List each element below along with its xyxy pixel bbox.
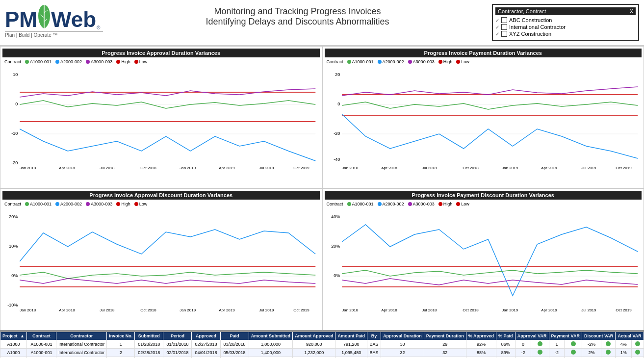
filter-item-intl[interactable]: ✓ International Contractor — [495, 24, 636, 30]
var-value: 4% — [616, 340, 632, 349]
logo: PM Web ® — [5, 4, 100, 30]
svg-text:Oct 2019: Oct 2019 — [293, 308, 309, 312]
table-cell: BAS — [367, 349, 381, 357]
col-discount-var[interactable]: Discount VAR — [582, 332, 615, 340]
table-cell: 04/01/2018 — [192, 349, 220, 357]
logo-leaf-icon — [37, 4, 51, 29]
sub-title: Identifying Delays and Discounts Abnorma… — [103, 17, 492, 27]
col-approved[interactable]: Approved — [192, 332, 220, 340]
status-dot — [538, 350, 542, 355]
table-cell: International Contractor — [56, 340, 107, 349]
col-approval-duration[interactable]: Approval Duration — [381, 332, 424, 340]
table-row: A1000A1000-001International Contractor20… — [0, 349, 644, 357]
table-cell: A1000 — [0, 340, 27, 349]
checkmark-abc: ✓ — [495, 18, 499, 23]
svg-text:-20: -20 — [334, 131, 340, 136]
checkmark-xyz: ✓ — [495, 31, 499, 37]
table-cell: 1,400,000 — [249, 349, 293, 357]
col-invoice-no[interactable]: Invoice No. — [107, 332, 135, 340]
chart-bottom-right-svg: 40% 20% 0% Jan 2018 Apr 2018 Jul 2018 Oc… — [325, 207, 642, 315]
col-amount-paid[interactable]: Amount Paid — [335, 332, 367, 340]
table-cell: 920,000 — [293, 340, 335, 349]
col-amount-submitted[interactable]: Amount Submitted — [249, 332, 293, 340]
col-pct-approved[interactable]: % Approved — [466, 332, 496, 340]
svg-text:-10: -10 — [11, 131, 18, 136]
col-payment-var[interactable]: Payment VAR — [549, 332, 582, 340]
filter-item-xyz[interactable]: ✓ XYZ Construction — [495, 31, 636, 37]
table-cell: International Contractor — [56, 349, 107, 357]
svg-text:-10%: -10% — [7, 303, 18, 307]
legend-a2000-002-br: A2000-002 — [378, 202, 404, 206]
legend-low-bl: Low — [134, 202, 148, 206]
chart-top-right: Progress Invoice Payment Duration Varian… — [322, 46, 644, 188]
var-indicator — [632, 349, 644, 357]
svg-text:0%: 0% — [334, 273, 340, 278]
filter-panel: Contractor, Contract X ✓ ABC Constructio… — [492, 4, 639, 41]
svg-text:Jan 2019: Jan 2019 — [180, 166, 196, 170]
svg-text:Jul 2019: Jul 2019 — [259, 166, 274, 170]
chart-bottom-right: Progress Invoice Payment Discount Durati… — [322, 188, 644, 331]
var-indicator — [565, 340, 582, 349]
svg-text:40%: 40% — [331, 214, 340, 219]
svg-text:Jul 2018: Jul 2018 — [100, 308, 115, 312]
table-cell: BAS — [367, 340, 381, 349]
legend-a3000-003-bl: A3000-003 — [86, 202, 112, 206]
legend-high: High — [116, 59, 130, 64]
chart-bottom-left-legend: Contract A1000-001 A2000-002 A3000-003 H… — [2, 201, 320, 207]
col-contractor[interactable]: Contractor — [56, 332, 107, 340]
svg-text:Jul 2018: Jul 2018 — [422, 166, 437, 170]
table-cell: 29 — [424, 340, 466, 349]
table-cell: 1,232,000 — [293, 349, 335, 357]
checkbox-abc[interactable] — [501, 17, 507, 23]
col-amount-approved[interactable]: Amount Approved — [293, 332, 335, 340]
col-period[interactable]: Period — [163, 332, 192, 340]
svg-text:Oct 2018: Oct 2018 — [463, 166, 479, 170]
chart-bottom-left-title: Progress Invoice Approval Discount Durat… — [2, 191, 320, 200]
col-pct-paid[interactable]: % Paid — [496, 332, 515, 340]
table-cell: 02/27/2018 — [192, 340, 220, 349]
col-actual-var[interactable]: Actual VAR — [616, 332, 644, 340]
legend-low-br: Low — [456, 202, 469, 206]
status-dot — [606, 341, 611, 346]
col-by[interactable]: By — [367, 332, 381, 340]
chart-bottom-right-title: Progress Invoice Payment Discount Durati… — [325, 191, 642, 200]
checkbox-xyz[interactable] — [501, 31, 507, 37]
legend-a1000-001-bl: A1000-001 — [25, 202, 52, 206]
chart-top-right-legend: Contract A1000-001 A2000-002 A3000-003 H… — [325, 58, 642, 65]
svg-text:Oct 2018: Oct 2018 — [140, 166, 156, 170]
var-value: -2 — [515, 349, 531, 357]
legend-contract-label-bl: Contract — [4, 202, 21, 206]
svg-text:Apr 2018: Apr 2018 — [381, 308, 397, 312]
checkbox-intl[interactable] — [501, 24, 507, 30]
status-dot — [571, 350, 576, 355]
col-project[interactable]: Project ▲ — [0, 332, 27, 340]
col-contract[interactable]: Contract — [27, 332, 56, 340]
sort-arrow: ▲ — [20, 333, 25, 338]
col-approval-var[interactable]: Approval VAR — [515, 332, 549, 340]
svg-text:Apr 2019: Apr 2019 — [541, 308, 557, 312]
var-indicator — [632, 340, 644, 349]
svg-text:Apr 2019: Apr 2019 — [219, 166, 235, 170]
table-cell: A1000-001 — [27, 349, 56, 357]
var-value: 1 — [549, 340, 565, 349]
table-cell: 01/01/2018 — [163, 340, 192, 349]
legend-a2000-002-tr: A2000-002 — [378, 59, 404, 64]
status-dot — [571, 341, 576, 346]
var-value: 0 — [515, 340, 531, 349]
table-cell: 92% — [466, 340, 496, 349]
svg-text:0%: 0% — [11, 273, 18, 278]
chart-bottom-left: Progress Invoice Approval Discount Durat… — [0, 188, 322, 331]
svg-text:Apr 2018: Apr 2018 — [59, 308, 75, 312]
table-cell: 03/28/2018 — [220, 340, 249, 349]
svg-text:10%: 10% — [9, 244, 18, 249]
chart-top-left-legend: Contract A1000-001 A2000-002 A3000-003 H… — [2, 58, 320, 65]
svg-text:Jul 2019: Jul 2019 — [259, 308, 274, 312]
col-paid[interactable]: Paid — [220, 332, 249, 340]
filter-close-button[interactable]: X — [630, 8, 633, 14]
svg-text:Jul 2019: Jul 2019 — [581, 308, 596, 312]
page-header: PM Web ® Plan | Build | Operate ™ Monito… — [0, 0, 644, 46]
col-payment-duration[interactable]: Payment Duration — [424, 332, 466, 340]
col-submitted[interactable]: Submitted — [135, 332, 163, 340]
legend-contract-label: Contract — [4, 59, 21, 64]
filter-item-abc[interactable]: ✓ ABC Construction — [495, 17, 636, 23]
